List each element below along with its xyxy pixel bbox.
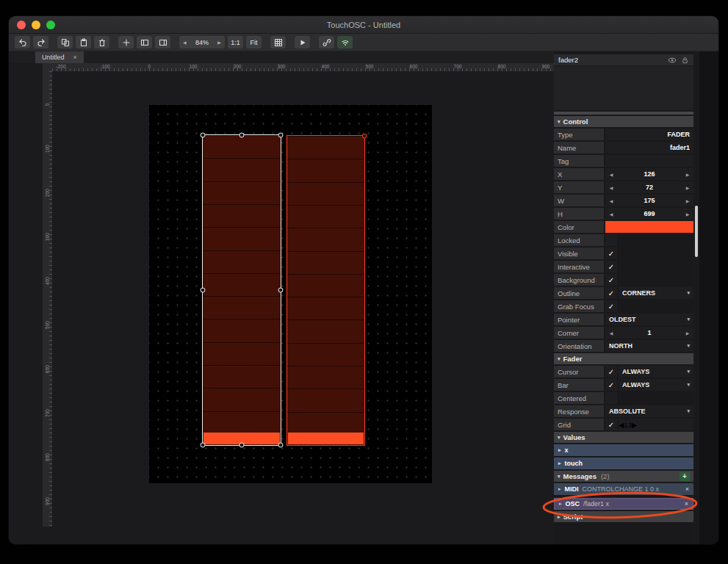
locked-checkbox[interactable] — [605, 234, 617, 246]
fader1-control[interactable] — [202, 134, 281, 446]
outline-checkbox[interactable]: ✓ — [605, 287, 617, 299]
w-stepper[interactable]: ◀ 175 ▶ — [605, 195, 693, 206]
y-stepper[interactable]: ◀ 72 ▶ — [605, 181, 693, 193]
undo-button[interactable] — [15, 36, 30, 48]
corner-stepper[interactable]: ◀ 1 ▶ — [605, 327, 693, 339]
add-message-button[interactable]: + — [680, 472, 690, 481]
stepper-increment-icon[interactable]: ▶ — [682, 330, 693, 336]
panel-splitter[interactable] — [554, 112, 693, 115]
selection-handle[interactable] — [278, 288, 284, 293]
zoom-stepper[interactable]: ◀ 84% ▶ — [179, 36, 225, 48]
h-stepper[interactable]: ◀ 699 ▶ — [605, 208, 693, 220]
grid-checkbox[interactable]: ✓ — [605, 419, 617, 430]
property-row-response: Response ABSOLUTE ▾ — [554, 405, 693, 417]
response-dropdown[interactable]: ABSOLUTE ▾ — [605, 405, 693, 417]
stepper-increment-icon[interactable]: ▶ — [682, 185, 693, 190]
chevron-down-icon: ▾ — [687, 369, 690, 375]
window-right-margin — [699, 51, 718, 544]
chevron-down-icon: ▾ — [687, 317, 690, 322]
zoom-out-icon[interactable]: ◀ — [183, 40, 187, 45]
background-checkbox[interactable]: ✓ — [605, 274, 617, 286]
ruler-label: 100 — [182, 64, 204, 69]
stepper-increment-icon[interactable]: ▶ — [682, 198, 693, 203]
interactive-checkbox[interactable]: ✓ — [605, 261, 617, 272]
stepper-increment-icon[interactable]: ▶ — [632, 421, 637, 429]
tag-field[interactable] — [605, 155, 693, 167]
outline-dropdown[interactable]: CORNERS ▾ — [619, 287, 693, 299]
stepper-decrement-icon[interactable]: ◀ — [605, 185, 617, 190]
section-header-fader[interactable]: ▾ Fader — [554, 353, 693, 364]
ruler-label: 0 — [138, 64, 160, 69]
selection-handle[interactable] — [201, 133, 206, 138]
x-stepper[interactable]: ◀ 126 ▶ — [605, 168, 693, 180]
network-sync-button[interactable] — [337, 36, 353, 48]
cursor-checkbox[interactable]: ✓ — [605, 366, 617, 377]
panel-scrollbar[interactable] — [693, 51, 699, 544]
selection-handle[interactable] — [239, 443, 245, 448]
stepper-decrement-icon[interactable]: ◀ — [605, 212, 617, 217]
stepper-decrement-icon[interactable]: ◀ — [619, 421, 624, 429]
tab-close-icon[interactable]: × — [73, 54, 77, 61]
stepper-decrement-icon[interactable]: ◀ — [605, 330, 617, 336]
play-button[interactable] — [295, 36, 310, 48]
stepper-decrement-icon[interactable]: ◀ — [605, 198, 617, 203]
chevron-down-icon: ▾ — [687, 343, 690, 349]
layout-right-button[interactable] — [155, 36, 170, 48]
grid-stepper[interactable]: ◀ 13 ▶ — [619, 419, 693, 430]
tab-untitled[interactable]: Untitled × — [35, 51, 84, 63]
value-row-touch[interactable]: ▸ touch — [554, 458, 693, 469]
grab-focus-checkbox[interactable]: ✓ — [605, 300, 617, 312]
centered-checkbox[interactable] — [605, 392, 617, 404]
editor-canvas[interactable]: -200 -100 0 100 200 300 400 500 600 700 … — [9, 63, 554, 544]
selection-handle[interactable] — [278, 443, 284, 448]
section-header-values[interactable]: ▾ Values — [554, 432, 693, 443]
selection-handle[interactable] — [278, 133, 284, 138]
section-header-control[interactable]: ▾ Control — [554, 116, 693, 127]
document-surface[interactable] — [149, 105, 432, 483]
value-row-x[interactable]: ▸ x — [554, 444, 693, 456]
grid-icon — [274, 38, 283, 47]
grid-button[interactable] — [270, 36, 286, 48]
layout-left-button[interactable] — [137, 36, 152, 48]
horizontal-ruler: -200 -100 0 100 200 300 400 500 600 700 … — [52, 63, 554, 71]
redo-button[interactable] — [33, 36, 48, 48]
selection-handle[interactable] — [201, 443, 206, 448]
stepper-increment-icon[interactable]: ▶ — [682, 212, 693, 217]
visible-checkbox[interactable]: ✓ — [605, 247, 617, 259]
stepper-decrement-icon[interactable]: ◀ — [605, 172, 617, 177]
section-header-messages[interactable]: ▾ Messages (2) + — [554, 471, 693, 482]
fader2-control[interactable] — [286, 135, 365, 446]
paste-icon — [79, 38, 88, 47]
lock-icon[interactable] — [681, 56, 689, 65]
fit-button[interactable]: Fit — [246, 36, 262, 48]
add-control-button[interactable] — [118, 36, 134, 48]
bar-dropdown[interactable]: ALWAYS ▾ — [619, 379, 693, 391]
bar-checkbox[interactable]: ✓ — [605, 379, 617, 391]
selection-handle[interactable] — [239, 133, 245, 138]
pointer-dropdown[interactable]: OLDEST ▾ — [605, 314, 693, 325]
property-row-tag: Tag — [554, 155, 693, 167]
selection-handle[interactable] — [201, 288, 206, 293]
actual-size-button[interactable]: 1:1 — [228, 36, 243, 48]
eye-icon[interactable] — [668, 56, 677, 65]
orientation-dropdown[interactable]: NORTH ▾ — [605, 340, 693, 352]
cursor-dropdown[interactable]: ALWAYS ▾ — [619, 366, 693, 377]
copy-button[interactable] — [57, 36, 73, 48]
ruler-label: 400 — [314, 64, 336, 69]
response-value: ABSOLUTE — [609, 408, 646, 415]
stepper-increment-icon[interactable]: ▶ — [682, 172, 693, 177]
color-swatch[interactable] — [605, 221, 693, 233]
delete-button[interactable] — [94, 36, 109, 48]
selection-handle[interactable] — [362, 134, 367, 139]
disclosure-icon: ▸ — [558, 447, 561, 453]
trash-icon — [98, 38, 107, 47]
name-field[interactable]: fader1 — [605, 142, 693, 153]
zoom-in-icon[interactable]: ▶ — [217, 40, 221, 45]
wifi-icon — [341, 38, 350, 47]
paste-button[interactable] — [76, 36, 91, 48]
layer-item-fader2[interactable]: fader2 — [554, 54, 693, 65]
scrollbar-thumb[interactable] — [695, 206, 698, 257]
connections-button[interactable] — [319, 36, 334, 48]
layer-list[interactable] — [554, 66, 693, 110]
disclosure-icon: ▸ — [558, 460, 561, 466]
